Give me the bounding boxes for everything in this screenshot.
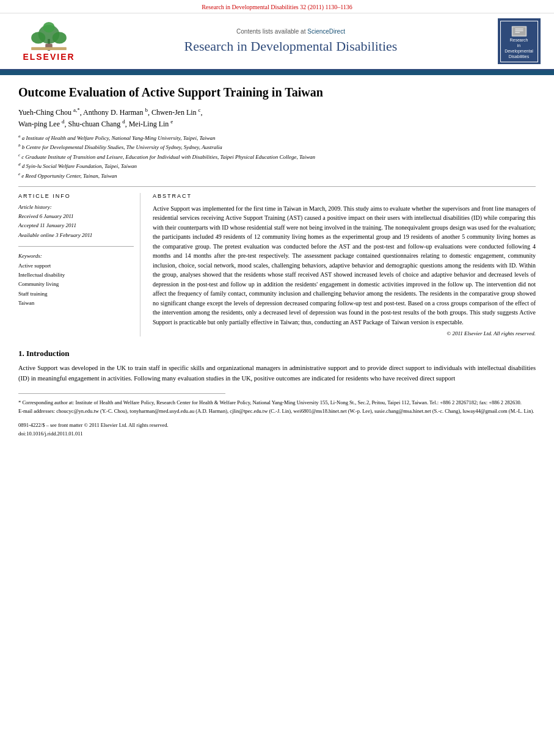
journal-top-header: Research in Developmental Disabilities 3… (0, 0, 554, 75)
issn-section: 0891-4222/$ – see front matter © 2011 El… (18, 421, 536, 438)
author-wanping: Wan-ping Lee d, (18, 120, 68, 128)
affiliations: a a Institute of Health and Welfare Poli… (18, 133, 536, 180)
badge-text: Research in Developmental Disabilities (505, 37, 533, 59)
footnote-section: * Corresponding author at: Institute of … (18, 399, 536, 438)
email-addresses: choucyc@yn.edu.tw (Y.-C. Chou), tonyharm… (56, 408, 534, 414)
abstract-col: Abstract Active Support was implemented … (153, 193, 536, 337)
keyword-3: Community living (18, 280, 134, 289)
two-col-layout: Article info Article history: Received 6… (18, 193, 536, 337)
sciencedirect-link[interactable]: ScienceDirect (307, 28, 345, 35)
blue-bar-divider (0, 70, 554, 75)
copyright: © 2011 Elsevier Ltd. All rights reserved… (153, 330, 536, 336)
doi-line: doi:10.1016/j.ridd.2011.01.011 (18, 430, 536, 438)
email-footnote: E-mail addresses: choucyc@yn.edu.tw (Y.-… (18, 407, 536, 416)
article-info-col: Article info Article history: Received 6… (18, 193, 140, 337)
svg-rect-7 (31, 47, 67, 50)
elsevier-wordmark: ELSEVIER (23, 52, 75, 62)
online-date: Available online 3 February 2011 (18, 231, 134, 240)
author-yueh: Yueh-Ching Chou a,*, (18, 108, 83, 117)
intro-heading: 1. Introduction (18, 349, 536, 358)
badge-graphic-icon (510, 23, 528, 38)
svg-rect-9 (512, 27, 525, 35)
star-footnote: * Corresponding author at: Institute of … (18, 399, 536, 407)
article-history: Article history: Received 6 January 2011… (18, 204, 134, 240)
elsevier-tree-icon (24, 21, 73, 52)
author-meiling: Mei-Ling Lin e (129, 120, 173, 128)
elsevier-logo: ELSEVIER (15, 20, 82, 63)
info-divider (18, 246, 134, 247)
article-title: Outcome Evaluation of Active Support Tra… (18, 84, 536, 100)
keywords-title: Keywords: (18, 253, 134, 259)
affil-d: d d Syin-lu Social Welfare Foundation, T… (18, 161, 536, 170)
received-date: Received 6 January 2011 (18, 212, 134, 221)
journal-badge-area: Research in Developmental Disabilities (496, 18, 542, 64)
authors-line: Yueh-Ching Chou a,*, Anthony D. Harman b… (18, 106, 536, 129)
email-label: E-mail addresses: (18, 408, 55, 414)
svg-point-4 (43, 21, 54, 32)
issn-line: 0891-4222/$ – see front matter © 2011 El… (18, 421, 536, 430)
introduction-section: 1. Introduction Active Support was devel… (18, 349, 536, 384)
journal-badge-image: Research in Developmental Disabilities (500, 21, 538, 62)
accepted-date: Accepted 11 January 2011 (18, 221, 134, 230)
article-info-label: Article info (18, 193, 134, 199)
abstract-label: Abstract (153, 193, 536, 199)
author-chwen: Chwen-Jen Lin c, (151, 108, 203, 117)
intro-text: Active Support was developed in the UK t… (18, 363, 536, 384)
svg-point-2 (31, 32, 45, 43)
author-anthony: Anthony D. Harman b, (83, 108, 151, 117)
affil-e: e e Reed Opportunity Center, Tainan, Tai… (18, 171, 536, 180)
keyword-4: Staff training (18, 289, 134, 299)
publisher-logo-area: ELSEVIER (12, 18, 86, 64)
history-title: Article history: (18, 204, 134, 210)
affil-a: a a Institute of Health and Welfare Poli… (18, 133, 536, 142)
keyword-1: Active support (18, 261, 134, 271)
content-header: ELSEVIER Contents lists available at Sci… (0, 13, 554, 70)
keywords-section: Keywords: Active support Intellectual di… (18, 253, 134, 308)
journal-badge: Research in Developmental Disabilities (498, 18, 541, 64)
author-shuchuan: Shu-chuan Chang d, (68, 120, 129, 128)
footnote-divider (18, 393, 225, 394)
article-container: Outcome Evaluation of Active Support Tra… (0, 75, 554, 447)
abstract-text: Active Support was implemented for the f… (153, 204, 536, 327)
journal-title-area: Contents lists available at ScienceDirec… (92, 18, 490, 64)
affil-b: b b Centre for Developmental Disability … (18, 142, 536, 151)
affil-c: c c Graduate Institute of Transition and… (18, 152, 536, 161)
journal-citation: Research in Developmental Disabilities 3… (202, 4, 352, 10)
svg-point-3 (53, 32, 67, 43)
journal-title: Research in Developmental Disabilities (184, 38, 398, 54)
keyword-2: Intellectual disability (18, 271, 134, 280)
keyword-5: Taiwan (18, 299, 134, 308)
sciencedirect-line: Contents lists available at ScienceDirec… (236, 28, 345, 35)
section-divider (18, 186, 536, 187)
